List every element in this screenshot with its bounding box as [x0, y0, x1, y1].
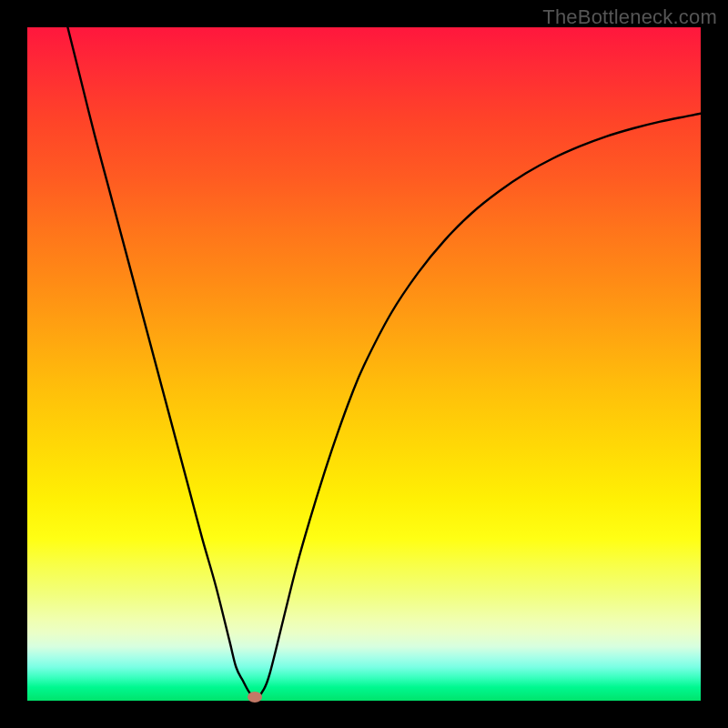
- plot-area: [27, 27, 701, 701]
- watermark-text: TheBottleneck.com: [542, 5, 717, 29]
- gradient-background: [27, 27, 701, 701]
- optimal-point-marker: [248, 692, 262, 703]
